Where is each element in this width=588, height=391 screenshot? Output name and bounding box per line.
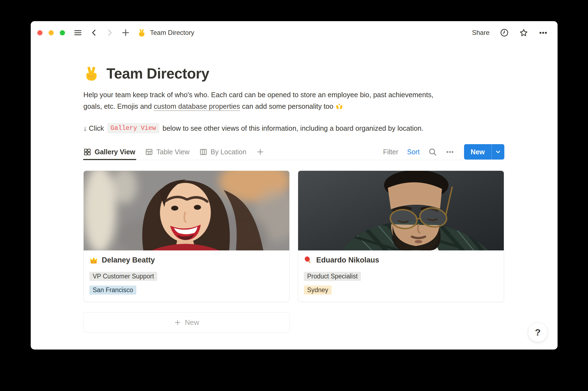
ellipsis-icon bbox=[539, 28, 548, 37]
man-with-glasses-looking-down-portrait bbox=[298, 171, 504, 250]
views-toolbar: Gallery View Table View By Location bbox=[83, 144, 504, 160]
custom-database-properties-link[interactable]: custom database properties bbox=[154, 102, 240, 110]
hamburger-icon bbox=[73, 29, 83, 37]
victory-hand-emoji-icon bbox=[137, 29, 146, 37]
crown-emoji-icon bbox=[89, 256, 98, 264]
gallery-icon bbox=[83, 148, 91, 156]
clock-icon bbox=[500, 28, 509, 37]
tab-label: Table View bbox=[156, 148, 189, 156]
page-description[interactable]: Help your team keep track of who's who. … bbox=[83, 89, 504, 112]
page-content: Team Directory Help your team keep track… bbox=[31, 64, 558, 333]
smiling-woman-portrait bbox=[84, 171, 289, 250]
sort-button[interactable]: Sort bbox=[407, 148, 420, 156]
forward-button[interactable] bbox=[106, 29, 114, 37]
plus-icon bbox=[256, 148, 264, 156]
card-name: Delaney Beatty bbox=[102, 255, 155, 265]
role-tag: Product Specialist bbox=[304, 272, 361, 281]
location-tag: Sydney bbox=[304, 286, 332, 295]
question-mark-icon: ? bbox=[535, 327, 541, 338]
view-tabs: Gallery View Table View By Location bbox=[83, 144, 264, 160]
new-card-button[interactable]: New bbox=[83, 312, 290, 333]
card-delaney-beatty[interactable]: Delaney Beatty VP Customer Support San F… bbox=[83, 171, 290, 302]
titlebar-page-title: Team Directory bbox=[150, 29, 194, 37]
card-cover-photo bbox=[298, 171, 504, 250]
new-entry-split-button: New bbox=[464, 144, 504, 160]
chevron-left-icon bbox=[90, 29, 98, 37]
card-name-row: Delaney Beatty bbox=[89, 255, 284, 265]
location-tag: San Francisco bbox=[89, 286, 136, 295]
gallery-cards: Delaney Beatty VP Customer Support San F… bbox=[83, 171, 504, 302]
view-controls: Filter Sort New bbox=[383, 144, 504, 160]
tab-by-location[interactable]: By Location bbox=[199, 144, 247, 160]
new-entry-button[interactable]: New bbox=[464, 144, 491, 160]
ping-pong-emoji-icon bbox=[304, 256, 312, 264]
app-window: Team Directory Share bbox=[31, 21, 558, 350]
titlebar: Team Directory Share bbox=[31, 21, 558, 43]
raised-hands-emoji-icon bbox=[335, 102, 343, 110]
traffic-lights bbox=[37, 30, 65, 35]
filter-button[interactable]: Filter bbox=[383, 148, 398, 156]
more-options-button[interactable] bbox=[539, 28, 548, 37]
page-title-text: Team Directory bbox=[106, 64, 209, 83]
view-more-button[interactable] bbox=[446, 148, 454, 156]
chevron-right-icon bbox=[106, 29, 114, 37]
callout-suffix: below to see other views of this informa… bbox=[163, 124, 423, 132]
plus-icon bbox=[121, 28, 130, 37]
victory-hand-emoji-icon bbox=[83, 66, 99, 82]
tab-table-view[interactable]: Table View bbox=[145, 144, 189, 160]
table-icon bbox=[145, 148, 153, 156]
star-icon bbox=[519, 28, 528, 37]
page-title[interactable]: Team Directory bbox=[83, 64, 504, 83]
card-eduardo-nikolaus[interactable]: Eduardo Nikolaus Product Specialist Sydn… bbox=[298, 171, 504, 302]
gallery-view-code-chip: Gallery View bbox=[107, 123, 159, 133]
minimize-window-button[interactable] bbox=[49, 30, 54, 35]
new-card-label: New bbox=[185, 318, 199, 327]
card-name: Eduardo Nikolaus bbox=[316, 255, 379, 265]
new-tab-button[interactable] bbox=[121, 28, 130, 37]
card-body: Delaney Beatty VP Customer Support San F… bbox=[84, 250, 289, 302]
card-body: Eduardo Nikolaus Product Specialist Sydn… bbox=[298, 250, 504, 302]
description-line-1: Help your team keep track of who's who. … bbox=[83, 89, 504, 100]
tab-label: By Location bbox=[211, 148, 247, 156]
add-view-button[interactable] bbox=[256, 144, 264, 160]
plus-icon bbox=[174, 319, 181, 326]
sidebar-menu-button[interactable] bbox=[73, 29, 83, 37]
callout-prefix: ↓ Click bbox=[83, 124, 104, 132]
tab-gallery-view[interactable]: Gallery View bbox=[83, 144, 135, 160]
breadcrumb[interactable]: Team Directory bbox=[137, 29, 194, 37]
close-window-button[interactable] bbox=[37, 30, 43, 35]
tab-label: Gallery View bbox=[95, 148, 135, 156]
search-button[interactable] bbox=[428, 148, 437, 156]
role-tag: VP Customer Support bbox=[89, 272, 157, 281]
card-cover-photo bbox=[84, 171, 289, 250]
search-icon bbox=[428, 148, 437, 156]
ellipsis-icon bbox=[446, 148, 454, 156]
chevron-down-icon bbox=[494, 148, 502, 155]
new-entry-dropdown-button[interactable] bbox=[492, 144, 504, 160]
updates-button[interactable] bbox=[500, 28, 509, 37]
back-button[interactable] bbox=[90, 29, 98, 37]
callout-block: ↓ Click Gallery View below to see other … bbox=[83, 123, 504, 133]
description-line-2: goals, etc. Emojis and custom database p… bbox=[83, 100, 504, 112]
share-button[interactable]: Share bbox=[472, 29, 490, 37]
help-button[interactable]: ? bbox=[528, 322, 548, 342]
favorite-button[interactable] bbox=[519, 28, 528, 37]
zoom-window-button[interactable] bbox=[60, 30, 65, 35]
board-icon bbox=[199, 148, 207, 156]
card-name-row: Eduardo Nikolaus bbox=[304, 255, 498, 265]
